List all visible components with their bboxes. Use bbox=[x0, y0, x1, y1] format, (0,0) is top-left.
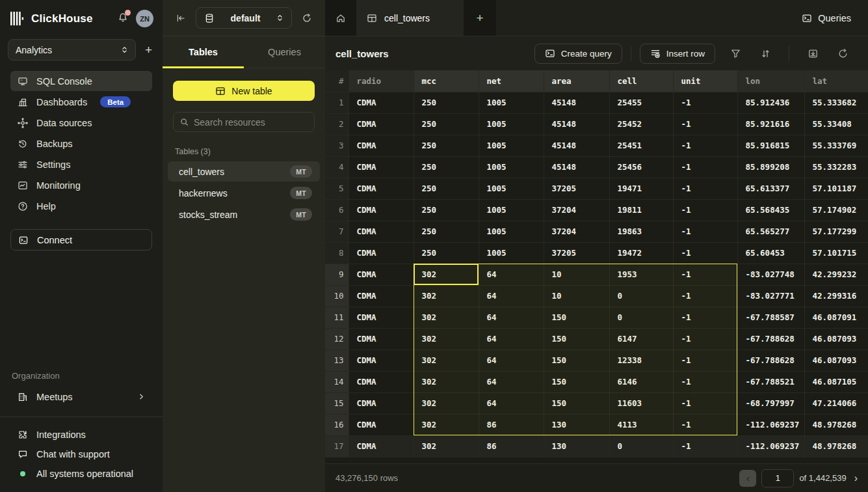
sidebar-item-monitoring[interactable]: Monitoring bbox=[10, 175, 152, 195]
grid-cell[interactable]: 1005 bbox=[479, 242, 544, 264]
grid-cell[interactable]: CDMA bbox=[349, 392, 414, 414]
grid-cell[interactable]: 302 bbox=[414, 371, 479, 392]
grid-cell[interactable]: 4113 bbox=[609, 414, 673, 435]
grid-cell[interactable]: 65.565277 bbox=[737, 221, 804, 242]
grid-cell[interactable]: 302 bbox=[414, 285, 479, 307]
grid-cell[interactable]: -1 bbox=[673, 221, 737, 242]
grid-cell[interactable]: -1 bbox=[673, 113, 737, 135]
grid-cell[interactable]: 37205 bbox=[544, 178, 609, 199]
add-workspace-button[interactable]: + bbox=[145, 44, 152, 56]
grid-cell[interactable]: 130 bbox=[544, 414, 609, 435]
grid-cell[interactable]: CDMA bbox=[349, 371, 414, 392]
grid-cell[interactable]: -1 bbox=[673, 92, 737, 113]
workspace-selector[interactable]: Analytics bbox=[8, 39, 136, 61]
grid-cell[interactable]: 19863 bbox=[609, 221, 673, 242]
filter-button[interactable] bbox=[720, 43, 750, 64]
table-list-item[interactable]: stocks_stream MT bbox=[168, 204, 320, 225]
grid-cell[interactable]: 150 bbox=[544, 328, 609, 349]
grid-cell[interactable]: CDMA bbox=[349, 307, 414, 328]
column-header-cell[interactable]: cell bbox=[609, 70, 673, 92]
grid-cell[interactable]: 85.912436 bbox=[737, 92, 804, 113]
grid-cell[interactable]: CDMA bbox=[349, 92, 414, 113]
system-status[interactable]: All systems operational bbox=[10, 464, 152, 484]
grid-cell[interactable]: -1 bbox=[673, 392, 737, 414]
row-number[interactable]: 17 bbox=[325, 435, 349, 457]
grid-cell[interactable]: 57.174902 bbox=[804, 199, 868, 221]
grid-cell[interactable]: 48.978268 bbox=[804, 435, 868, 457]
sidebar-item-sql-console[interactable]: SQL Console bbox=[10, 71, 152, 91]
grid-cell[interactable]: 55.333769 bbox=[804, 135, 868, 156]
grid-cell[interactable]: 64 bbox=[479, 328, 544, 349]
row-number[interactable]: 3 bbox=[325, 135, 349, 156]
grid-cell[interactable]: -1 bbox=[673, 135, 737, 156]
grid-cell[interactable]: CDMA bbox=[349, 328, 414, 349]
grid-cell[interactable]: 1953 bbox=[609, 264, 673, 285]
grid-cell[interactable]: 12338 bbox=[609, 349, 673, 371]
column-header-lat[interactable]: lat bbox=[804, 70, 868, 92]
row-number[interactable]: 11 bbox=[325, 307, 349, 328]
refresh-data-button[interactable] bbox=[828, 43, 858, 64]
grid-cell[interactable]: 57.101715 bbox=[804, 242, 868, 264]
grid-cell[interactable]: 250 bbox=[414, 92, 479, 113]
queries-button[interactable]: Queries bbox=[785, 0, 868, 36]
grid-cell[interactable]: CDMA bbox=[349, 414, 414, 435]
grid-cell[interactable]: 46.087091 bbox=[804, 307, 868, 328]
next-page-button[interactable]: › bbox=[854, 472, 858, 484]
collapse-panel-button[interactable] bbox=[176, 13, 186, 23]
column-header-area[interactable]: area bbox=[544, 70, 609, 92]
grid-cell[interactable]: 250 bbox=[414, 178, 479, 199]
grid-cell[interactable]: 64 bbox=[479, 349, 544, 371]
column-header-mcc[interactable]: mcc bbox=[414, 70, 479, 92]
grid-cell[interactable]: 37205 bbox=[544, 242, 609, 264]
grid-cell[interactable]: 1005 bbox=[479, 221, 544, 242]
grid-cell[interactable]: 19472 bbox=[609, 242, 673, 264]
grid-cell[interactable]: 65.568435 bbox=[737, 199, 804, 221]
grid-cell[interactable]: -1 bbox=[673, 307, 737, 328]
grid-cell[interactable]: 42.299316 bbox=[804, 285, 868, 307]
grid-cell[interactable]: 250 bbox=[414, 221, 479, 242]
grid-cell[interactable]: 57.101187 bbox=[804, 178, 868, 199]
row-number[interactable]: 2 bbox=[325, 113, 349, 135]
grid-cell[interactable]: -1 bbox=[673, 242, 737, 264]
refresh-tables-button[interactable] bbox=[302, 13, 312, 23]
create-query-button[interactable]: Create query bbox=[534, 44, 622, 64]
grid-cell[interactable]: 86 bbox=[479, 414, 544, 435]
tab-queries[interactable]: Queries bbox=[244, 36, 325, 68]
row-number[interactable]: 16 bbox=[325, 414, 349, 435]
grid-cell[interactable]: 10 bbox=[544, 285, 609, 307]
grid-cell[interactable]: 6147 bbox=[609, 328, 673, 349]
sidebar-item-backups[interactable]: Backups bbox=[10, 133, 152, 154]
grid-cell[interactable]: 47.214066 bbox=[804, 392, 868, 414]
avatar[interactable]: ZN bbox=[136, 10, 153, 27]
sidebar-item-integrations[interactable]: Integrations bbox=[10, 425, 152, 444]
grid-cell[interactable]: -1 bbox=[673, 371, 737, 392]
grid-cell[interactable]: 302 bbox=[414, 414, 479, 435]
grid-cell[interactable]: 45148 bbox=[544, 135, 609, 156]
sidebar-item-meetups[interactable]: Meetups bbox=[10, 387, 152, 407]
grid-cell[interactable]: 85.916815 bbox=[737, 135, 804, 156]
grid-cell[interactable]: 250 bbox=[414, 135, 479, 156]
column-header-lon[interactable]: lon bbox=[737, 70, 804, 92]
grid-cell[interactable]: CDMA bbox=[349, 113, 414, 135]
grid-cell[interactable]: -1 bbox=[673, 178, 737, 199]
grid-cell[interactable]: 250 bbox=[414, 156, 479, 178]
column-header-radio[interactable]: radio bbox=[349, 70, 414, 92]
grid-cell[interactable]: 1005 bbox=[479, 156, 544, 178]
sort-button[interactable] bbox=[750, 43, 780, 64]
database-selector[interactable]: default bbox=[196, 7, 292, 29]
grid-cell[interactable]: -112.069237 bbox=[737, 435, 804, 457]
row-number[interactable]: 9 bbox=[325, 264, 349, 285]
grid-cell[interactable]: 45148 bbox=[544, 156, 609, 178]
grid-cell[interactable]: 25451 bbox=[609, 135, 673, 156]
grid-cell[interactable]: CDMA bbox=[349, 221, 414, 242]
grid-cell[interactable]: 55.33408 bbox=[804, 113, 868, 135]
grid-cell[interactable]: -67.788628 bbox=[737, 349, 804, 371]
grid-cell[interactable]: 302 bbox=[414, 307, 479, 328]
grid-cell[interactable]: CDMA bbox=[349, 156, 414, 178]
grid-cell[interactable]: 45148 bbox=[544, 113, 609, 135]
grid-cell[interactable]: 150 bbox=[544, 392, 609, 414]
grid-cell[interactable]: 1005 bbox=[479, 178, 544, 199]
new-table-button[interactable]: New table bbox=[173, 81, 315, 101]
grid-cell[interactable]: 1005 bbox=[479, 113, 544, 135]
grid-cell[interactable]: 19811 bbox=[609, 199, 673, 221]
